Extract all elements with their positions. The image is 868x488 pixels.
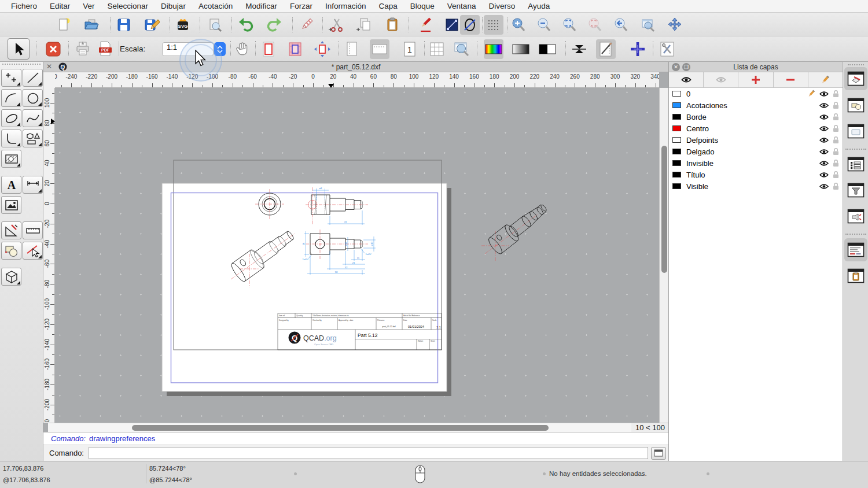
scale-stepper[interactable] <box>214 42 226 56</box>
pointer-tool-button[interactable] <box>8 38 30 60</box>
dock-selection-filter-button[interactable] <box>844 179 867 202</box>
tool-hatch-button[interactable] <box>1 150 21 168</box>
layer-lock-icon[interactable] <box>833 90 839 98</box>
dock-layers-button[interactable] <box>844 67 867 90</box>
menu-item-13[interactable]: Ayuda <box>521 2 556 10</box>
layer-lock-icon[interactable] <box>833 148 839 156</box>
auto-fit-page-button[interactable] <box>312 39 332 59</box>
layer-row-Borde[interactable]: Borde <box>669 111 843 123</box>
tool-measure-button[interactable] <box>23 221 43 239</box>
layer-visible-icon[interactable] <box>819 114 829 120</box>
open-file-button[interactable] <box>82 15 101 35</box>
tool-modify-button[interactable] <box>23 242 43 260</box>
save-as-button[interactable] <box>142 15 161 35</box>
close-drawing-button[interactable] <box>43 39 63 59</box>
new-file-button[interactable] <box>54 15 73 35</box>
copy-button[interactable] <box>355 15 374 35</box>
property-pencil-button[interactable] <box>415 15 435 35</box>
print-preview-button[interactable] <box>205 15 225 35</box>
pan-hand-button[interactable] <box>233 39 252 59</box>
vertical-scrollbar-thumb[interactable] <box>661 146 667 273</box>
menu-item-7[interactable]: Forzar <box>284 2 319 10</box>
layer-row-Visible[interactable]: Visible <box>669 180 843 192</box>
layer-lock-icon[interactable] <box>833 125 839 132</box>
layer-visible-icon[interactable] <box>819 160 829 167</box>
menu-item-1[interactable]: Editar <box>43 2 76 10</box>
palette-handle[interactable] <box>2 64 41 65</box>
dock-command-line-button[interactable] <box>844 238 867 261</box>
tool-image-button[interactable] <box>1 196 21 214</box>
layer-visible-icon[interactable] <box>819 137 829 143</box>
grayscale-button[interactable] <box>511 39 531 59</box>
tool-point-button[interactable] <box>1 69 21 87</box>
layer-row-0[interactable]: 0 <box>669 88 843 99</box>
pan-button[interactable] <box>665 15 685 35</box>
tool-ellipse-button[interactable] <box>1 109 21 127</box>
paper-border-button[interactable] <box>259 39 278 59</box>
dock-blocks-button[interactable] <box>844 94 867 117</box>
horizontal-scrollbar[interactable] <box>48 423 631 432</box>
menu-item-2[interactable]: Ver <box>76 2 101 10</box>
layer-row-Acotaciones[interactable]: Acotaciones <box>669 99 843 111</box>
layer-lock-icon[interactable] <box>833 113 839 121</box>
screen-linetypes-button[interactable] <box>569 39 589 59</box>
dock-clipboard-button[interactable] <box>844 264 867 287</box>
multi-page-button[interactable] <box>427 39 447 59</box>
layer-visible-icon[interactable] <box>819 149 829 155</box>
layer-lock-icon[interactable] <box>833 136 839 144</box>
layer-visible-icon[interactable] <box>819 91 829 97</box>
tool-solid-button[interactable] <box>1 268 21 286</box>
layer-lock-icon[interactable] <box>833 171 839 179</box>
menu-item-5[interactable]: Acotación <box>192 2 239 10</box>
paper-margins-button[interactable] <box>285 39 305 59</box>
zoom-page-button[interactable] <box>452 39 472 59</box>
zoom-previous-button[interactable] <box>611 15 631 35</box>
zoom-window-button[interactable] <box>638 15 658 35</box>
zoom-auto-button[interactable] <box>560 15 579 35</box>
undo-button[interactable] <box>237 15 256 35</box>
command-options-button[interactable] <box>651 447 666 460</box>
tool-line-button[interactable] <box>23 69 43 87</box>
horizontal-scrollbar-thumb[interactable] <box>132 425 549 431</box>
layer-row-Título[interactable]: Título <box>669 169 843 180</box>
tool-draw-misc-button[interactable] <box>1 221 21 239</box>
page-portrait-button[interactable] <box>342 39 362 59</box>
layer-lock-icon[interactable] <box>833 160 839 167</box>
tool-text-button[interactable]: A <box>1 176 21 194</box>
paste-button[interactable] <box>382 15 402 35</box>
line-edit-button[interactable] <box>442 15 462 35</box>
add-point-button[interactable] <box>628 39 648 59</box>
layer-row-Invisible[interactable]: Invisible <box>669 157 843 169</box>
page-landscape-button[interactable] <box>370 39 389 59</box>
print-button[interactable] <box>73 39 93 59</box>
save-button[interactable] <box>114 15 134 35</box>
dock-commands-button[interactable] <box>844 205 867 228</box>
svg-export-button[interactable]: SVG <box>173 15 193 35</box>
tool-dimension-button[interactable] <box>23 176 43 194</box>
menu-item-0[interactable]: Fichero <box>5 2 43 10</box>
menu-item-6[interactable]: Modificar <box>239 2 284 10</box>
layer-visible-icon[interactable] <box>819 183 829 190</box>
single-page-button[interactable]: 1 <box>400 39 420 59</box>
remove-layer-button[interactable] <box>774 72 808 87</box>
layer-lock-icon[interactable] <box>833 183 839 190</box>
tool-spline-button[interactable] <box>23 109 43 127</box>
menu-item-9[interactable]: Capa <box>373 2 404 10</box>
vertical-scrollbar[interactable] <box>659 88 668 423</box>
dock-views-button[interactable] <box>844 120 867 143</box>
pdf-export-button[interactable]: PDF <box>95 39 115 59</box>
layer-row-Centro[interactable]: Centro <box>669 123 843 134</box>
menu-item-11[interactable]: Ventana <box>441 2 483 10</box>
dock-handle[interactable] <box>848 64 864 65</box>
edit-layer-button[interactable] <box>808 72 843 87</box>
menu-item-8[interactable]: Información <box>319 2 373 10</box>
tool-shape-button[interactable] <box>23 130 43 147</box>
menu-item-3[interactable]: Seleccionar <box>101 2 155 10</box>
command-input[interactable] <box>89 447 648 459</box>
blackwhite-button[interactable] <box>538 39 557 59</box>
grid-toggle-button[interactable] <box>484 15 503 35</box>
tool-arc-button[interactable] <box>1 89 21 107</box>
layer-visible-icon[interactable] <box>819 172 829 178</box>
zoom-selection-button[interactable] <box>585 15 605 35</box>
menu-item-10[interactable]: Bloque <box>404 2 441 10</box>
